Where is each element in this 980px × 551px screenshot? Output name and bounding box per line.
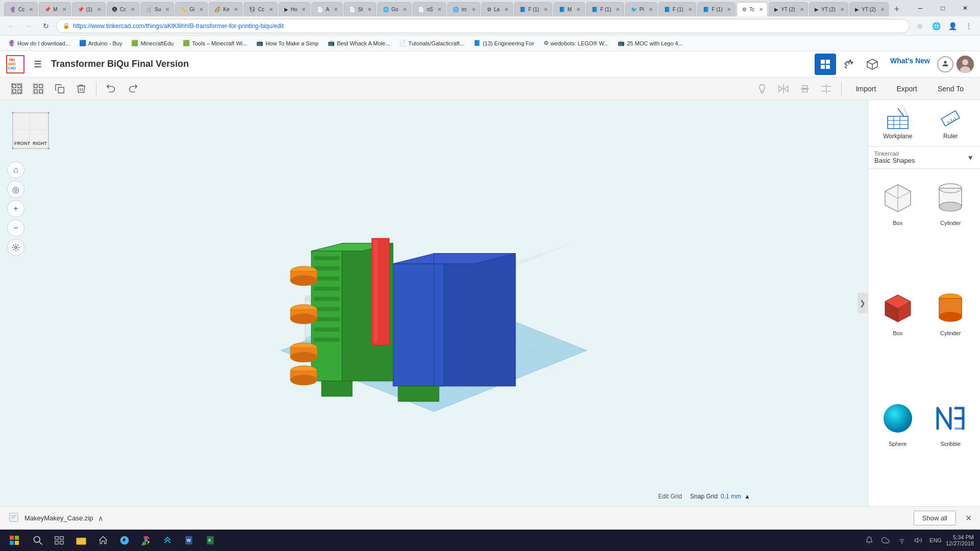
tab-close-9[interactable]: ✕ [302,7,306,12]
address-bar[interactable]: 🔒 https://www.tinkercad.com/things/aKtKl… [56,19,910,33]
tab-7[interactable]: 🌈Ke ✕ [209,2,242,16]
tab-close-11[interactable]: ✕ [368,7,372,12]
hamburger-menu[interactable]: ☰ [31,56,45,73]
home-taskbar-button[interactable] [93,530,113,551]
language-indicator[interactable]: ENG [927,537,944,543]
tinkercad-logo[interactable]: TIN KER CAD [6,55,24,73]
duplicate-button[interactable] [51,80,68,97]
tab-close-18[interactable]: ✕ [616,7,620,12]
focus-button[interactable]: ◎ [7,181,24,198]
shape-scribble-blue[interactable]: Scribble [925,394,976,502]
tab-close-15[interactable]: ✕ [504,7,508,12]
tab-25[interactable]: ▶YT (2) ✕ [849,2,889,16]
shape-cylinder-orange[interactable]: Cylinder [925,283,976,391]
tab-close-12[interactable]: ✕ [403,7,407,12]
import-button[interactable]: Import [848,82,885,96]
tab-4[interactable]: 🅢Cc ✕ [107,2,139,16]
shape-sphere-teal[interactable]: Sphere [872,394,923,502]
tab-close-24[interactable]: ✕ [840,7,844,12]
bookmark-minecraft-edu[interactable]: 🟩 MinecraftEdu [127,38,178,49]
tab-6[interactable]: 📐Gi ✕ [175,2,208,16]
user-avatar[interactable] [957,56,974,73]
tab-close-25[interactable]: ✕ [880,7,885,12]
shape-box-red[interactable]: Box [872,283,923,391]
shape-cylinder-grey[interactable]: Cylinder [925,173,976,281]
bookmark-star-button[interactable]: ☆ [913,19,927,33]
cortana-button[interactable] [157,530,178,551]
volume-icon[interactable] [911,533,925,547]
tab-close-21[interactable]: ✕ [727,7,731,12]
translate-button[interactable]: 🌐 [929,19,943,33]
tab-close-16[interactable]: ✕ [544,7,548,12]
tab-24[interactable]: ▶YT (2) ✕ [809,2,848,16]
bookmark-tutorials[interactable]: 📄 Tutorials/Galacticraft... [395,38,469,49]
box-3d-icon[interactable] [862,54,883,75]
hint-button[interactable] [753,80,771,97]
tab-close-23[interactable]: ✕ [800,7,804,12]
tab-12[interactable]: 🌐Go ✕ [377,2,411,16]
align-button[interactable] [796,80,814,97]
minimize-button[interactable]: ─ [910,0,931,16]
notification-icon[interactable] [862,533,876,547]
library-dropdown-button[interactable]: ▼ [967,154,974,162]
undo-button[interactable] [103,80,120,97]
tab-8[interactable]: 💱Cc ✕ [243,2,277,16]
wifi-icon[interactable] [895,533,909,547]
refresh-button[interactable]: ↻ [39,19,53,33]
back-button[interactable]: ← [4,19,18,33]
tab-close-5[interactable]: ✕ [165,7,169,12]
tab-close-2[interactable]: ✕ [62,7,66,12]
search-taskbar-button[interactable] [28,530,48,551]
tab-13[interactable]: 📄nS ✕ [412,2,446,16]
tab-close-6[interactable]: ✕ [199,7,203,12]
tab-20[interactable]: 📘F (1) ✕ [658,2,697,16]
grid-view-icon[interactable] [815,54,836,75]
snap-grid-arrow[interactable]: ▲ [744,493,750,500]
show-all-button[interactable]: Show all [914,511,956,525]
tab-close-8[interactable]: ✕ [269,7,273,12]
task-view-button[interactable] [49,530,69,551]
expand-panel-button[interactable]: ❯ [857,293,868,313]
tab-close-3[interactable]: ✕ [97,7,101,12]
tab-close-10[interactable]: ✕ [334,7,338,12]
tab-3[interactable]: 📌(1) ✕ [72,2,106,16]
edge-browser-button[interactable] [114,530,135,551]
group-button[interactable] [8,80,26,97]
download-chevron-button[interactable]: ∧ [98,514,103,522]
bookmark-wedobots[interactable]: ⚙ wedobots: LEGO® W... [540,38,613,49]
ungroup-button[interactable] [30,80,47,97]
bookmark-tools-minecraft[interactable]: 🟩 Tools – Minecraft Wi... [179,38,251,49]
bookmark-how-to-make[interactable]: 📺 How To Make a Simp [252,38,323,49]
download-close-button[interactable]: ✕ [965,513,972,523]
ruler-tool[interactable]: Ruler [927,106,974,140]
3d-viewport[interactable]: FRONT RIGHT ⌂ ◎ + − [0,100,868,506]
edit-grid-button[interactable]: Edit Grid [658,493,682,500]
tab-close-7[interactable]: ✕ [234,7,238,12]
tab-10[interactable]: 📄A ✕ [311,2,342,16]
tab-21[interactable]: 📘F (1) ✕ [697,2,736,16]
tab-close-19[interactable]: ✕ [649,7,653,12]
add-profile-button[interactable] [937,56,953,72]
tab-close-1[interactable]: ✕ [29,7,33,12]
workplane-tool[interactable]: Workplane [874,106,921,140]
tab-19[interactable]: 🐦Pl ✕ [625,2,657,16]
tab-close-active[interactable]: ✕ [759,7,763,12]
tab-17[interactable]: 📘M ✕ [553,2,585,16]
tab-9[interactable]: ▶Ho ✕ [279,2,311,16]
cloud-icon[interactable] [878,533,893,547]
new-tab-button[interactable]: + [890,2,903,16]
tab-active-tinkercad[interactable]: ⚙Tc ✕ [737,2,768,16]
flip-button[interactable] [818,80,835,97]
tab-23[interactable]: ▶YT (2) ✕ [769,2,808,16]
start-button[interactable] [2,530,27,551]
tab-16[interactable]: 📘F (1) ✕ [514,2,552,16]
tab-1[interactable]: 🔮Cc ✕ [4,2,38,16]
tab-5[interactable]: 🛒Su ✕ [140,2,174,16]
chrome-browser-button[interactable] [136,530,156,551]
forward-button[interactable]: → [21,19,36,33]
zoom-out-button[interactable]: − [7,219,24,237]
whats-new-button[interactable]: What's New [885,54,935,75]
tab-15[interactable]: ⚙La ✕ [481,2,513,16]
tab-11[interactable]: 📄St ✕ [344,2,376,16]
file-explorer-button[interactable] [70,530,92,551]
